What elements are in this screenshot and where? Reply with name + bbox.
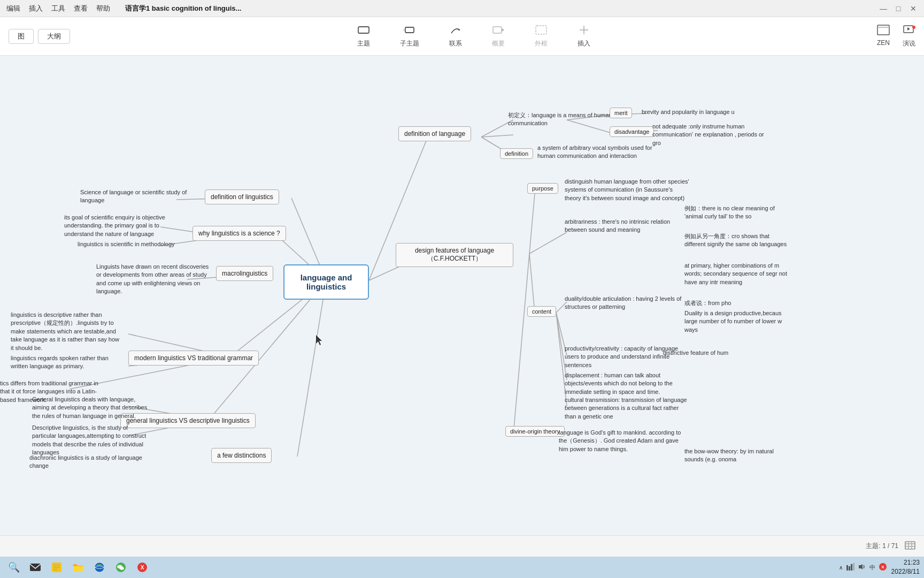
leaf-example1: 例如：there is no clear meaning of 'animal … (684, 204, 791, 221)
node-definition[interactable]: definition (500, 148, 533, 159)
minimize-button[interactable]: — (879, 4, 888, 13)
svg-line-20 (297, 280, 326, 457)
mindmap-canvas[interactable]: language and linguistics definition of l… (0, 56, 924, 535)
toolbar-boundary-label: 外框 (535, 39, 548, 48)
leaf-cultural: cultural transmission: transmission of l… (565, 396, 690, 421)
tab-outline[interactable]: 大纲 (38, 29, 70, 44)
svg-point-62 (120, 567, 124, 570)
subtopic-icon (403, 25, 416, 37)
toolbar-connect[interactable]: 联系 (443, 20, 468, 52)
leaf-arbitrariness: arbitrariness : there's no intrinsic rel… (565, 218, 690, 234)
node-divine[interactable]: divine-origin theory (505, 426, 565, 437)
toolbar-topic[interactable]: 主题 (351, 20, 376, 52)
taskbar-files[interactable] (68, 558, 88, 577)
toolbar-present[interactable]: 演说 (903, 25, 915, 48)
cursor (316, 335, 321, 345)
node-def-language[interactable]: definition of language (398, 126, 471, 141)
svg-rect-1 (405, 27, 414, 33)
leaf-spoken: linguistics regards spoken rather than w… (11, 354, 118, 371)
toolbar-summary[interactable]: 概要 (486, 20, 511, 52)
node-why-science[interactable]: why linguistics is a science ? (192, 226, 286, 241)
node-def-linguistics[interactable]: definition of linguistics (205, 189, 279, 204)
present-label: 演说 (903, 39, 915, 48)
node-few-distinctions[interactable]: a few distinctions (211, 448, 272, 463)
window-title: 语言学1 basic cognition of linguis... (125, 4, 241, 13)
node-modern-vs-traditional[interactable]: modern linguistics VS traditional gramma… (128, 351, 259, 366)
node-design-features[interactable]: design features of language（C.F.HOCKETT） (396, 243, 513, 267)
svg-text:X: X (141, 565, 144, 571)
toolbar-boundary[interactable]: 外框 (528, 20, 554, 52)
taskbar-notes[interactable] (47, 558, 66, 577)
leaf-distinctive: distinctive feature of hum (663, 349, 728, 357)
svg-marker-13 (907, 27, 910, 31)
svg-line-37 (529, 254, 535, 313)
taskbar-email[interactable] (26, 558, 45, 577)
svg-rect-68 (853, 563, 854, 571)
taskbar-search[interactable]: 🔍 (4, 558, 24, 577)
menu-insert[interactable]: 插入 (29, 4, 43, 13)
tray-volume[interactable] (858, 563, 866, 572)
toolbar-connect-label: 联系 (449, 39, 462, 48)
summary-icon (492, 25, 505, 37)
tray-up-arrow[interactable]: ∧ (839, 565, 843, 571)
present-icon (903, 25, 915, 37)
leaf-huozhe: 或者说：from pho (684, 299, 731, 307)
zen-icon (877, 25, 890, 37)
tab-diagram[interactable]: 图 (9, 29, 34, 44)
view-tabs: 图 大纲 (9, 29, 70, 44)
node-macrolinguistics[interactable]: macrolinguistics (216, 266, 273, 281)
map-icon[interactable] (905, 541, 915, 551)
tray-xmind[interactable]: X (879, 562, 887, 573)
svg-line-42 (513, 254, 529, 435)
toolbar-subtopic-label: 子主题 (400, 39, 419, 48)
leaf-at-primary: at primary, higher combinations of m wor… (684, 262, 791, 286)
leaf-example2: 例如从另一角度：cro shows that different signify… (684, 232, 791, 249)
maximize-button[interactable]: □ (894, 4, 903, 13)
toolbar-zen[interactable]: ZEN (877, 25, 890, 48)
leaf-science-language: Science of language or scientific study … (80, 188, 198, 205)
status-bar: 主题: 1 / 71 (0, 535, 924, 557)
taskbar: 🔍 X ∧ 中 X 21:23 2022/8/ (0, 557, 924, 578)
toolbar-insert-label: 插入 (578, 39, 590, 48)
tray-ime[interactable]: 中 (869, 564, 875, 572)
menu-tools[interactable]: 工具 (51, 4, 65, 13)
taskbar-wechat[interactable] (111, 558, 130, 577)
svg-rect-0 (358, 27, 369, 33)
leaf-descriptive: linguistics is descriptive rather than p… (11, 311, 123, 352)
zen-label: ZEN (877, 39, 890, 47)
svg-rect-7 (536, 26, 546, 34)
taskbar-clock[interactable]: 21:23 2022/8/11 (891, 558, 920, 576)
svg-line-33 (481, 135, 513, 137)
toolbar-summary-label: 概要 (492, 39, 505, 48)
close-button[interactable]: ✕ (909, 4, 918, 13)
menu-view[interactable]: 查看 (74, 4, 88, 13)
toolbar-subtopic[interactable]: 子主题 (394, 20, 426, 52)
toolbar-topic-label: 主题 (357, 39, 370, 48)
toolbar-insert[interactable]: 插入 (571, 20, 597, 52)
center-node[interactable]: language and linguistics (283, 264, 369, 300)
clock-date: 2022/8/11 (891, 567, 920, 576)
svg-rect-66 (849, 566, 850, 571)
leaf-brevity: brevity and popularity in language u (642, 108, 735, 116)
node-disadvantage[interactable]: disadvantage (610, 126, 654, 137)
taskbar-xmind[interactable]: X (133, 558, 152, 577)
topic-count: 主题: 1 / 71 (866, 542, 898, 551)
leaf-gods-gift: language is God's gift to mankind. accor… (559, 429, 684, 453)
node-purpose[interactable]: purpose (527, 183, 558, 194)
svg-line-36 (529, 232, 567, 254)
clock-time: 21:23 (891, 558, 920, 567)
taskbar-browser[interactable] (90, 558, 109, 577)
tray-network[interactable] (846, 563, 854, 572)
node-merit[interactable]: merit (610, 108, 632, 118)
svg-rect-53 (30, 564, 41, 571)
status-right: 主题: 1 / 71 (866, 541, 915, 551)
menu-edit[interactable]: 编辑 (6, 4, 20, 13)
svg-point-14 (912, 26, 915, 29)
leaf-diachronic: diachronic linguistics is a study of lan… (29, 454, 163, 470)
menu-bar: 编辑 插入 工具 查看 帮助 (6, 4, 110, 13)
leaf-linguists-drawn: Linguists have drawn on recent discoveri… (96, 263, 214, 296)
insert-icon (578, 25, 590, 37)
node-content[interactable]: content (527, 306, 556, 317)
leaf-duality: duality/double articulation : having 2 l… (565, 295, 690, 311)
menu-help[interactable]: 帮助 (96, 4, 110, 13)
